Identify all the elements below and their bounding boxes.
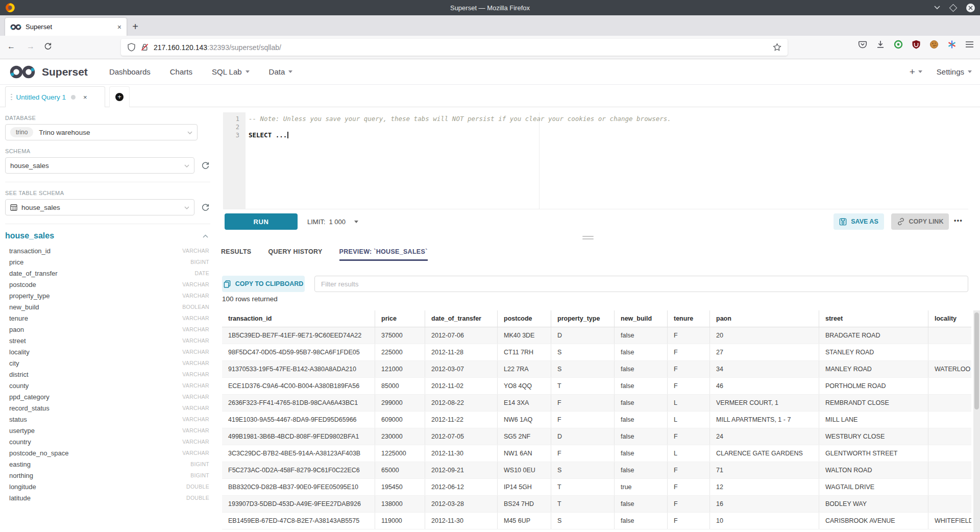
limit-dropdown[interactable]: LIMIT: 1 000 [307,213,358,230]
table-cell: false [615,513,668,529]
table-cell: S [551,513,615,529]
column-header-street[interactable]: street [819,310,928,327]
table-cell: MILL APARTMENTS, 1 - 7 [710,412,819,428]
sql-editor[interactable]: 123 -- Note: Unless you save your query,… [223,112,968,209]
back-button[interactable]: ← [5,42,17,51]
asterisk-extension-icon[interactable] [947,40,957,49]
query-tab-close-icon[interactable]: × [83,93,87,101]
results-tab-preview-house-sales[interactable]: PREVIEW: `HOUSE_SALES` [339,244,428,261]
window-maximize-icon[interactable] [949,4,958,12]
column-name: date_of_transfer [9,270,58,277]
database-label: DATABASE [5,115,210,121]
more-actions-button[interactable]: ••• [954,217,963,224]
lock-disabled-icon[interactable] [140,43,149,52]
column-name: new_build [9,303,39,311]
pane-resize-grip[interactable] [582,236,594,241]
column-header-locality[interactable]: locality [928,310,971,327]
column-name: locality [9,348,30,356]
nav-item-dashboards[interactable]: Dashboards [109,67,151,76]
drag-handle-icon[interactable] [11,94,12,101]
table-cell: 2012-11-02 [425,378,498,394]
column-header-postcode[interactable]: postcode [498,310,551,327]
column-type: VARCHAR [182,427,209,433]
pocket-icon[interactable] [858,40,867,49]
chevron-down-icon [184,206,189,209]
bookmark-star-icon[interactable] [773,43,781,52]
column-type: VARCHAR [182,281,209,287]
add-query-tab-button[interactable]: + [109,86,130,107]
column-header-property_type[interactable]: property_type [551,310,615,327]
column-name: property_type [9,292,50,300]
results-table: transaction_idpricedate_of_transferpostc… [222,310,971,532]
nav-item-data[interactable]: Data [269,67,293,76]
copy-link-button[interactable]: COPY LINK [891,213,949,230]
column-header-new_build[interactable]: new_build [615,310,668,327]
table-cell: IP14 5GH [498,479,551,495]
table-select[interactable]: house_sales [5,199,194,215]
column-name: record_status [9,404,50,412]
copy-to-clipboard-button[interactable]: COPY TO CLIPBOARD [222,276,305,292]
schema-label: SCHEMA [5,148,210,154]
url-bar[interactable]: 217.160.120.143:32393/superset/sqllab/ [121,39,788,56]
save-as-button[interactable]: SAVE AS [834,213,884,230]
table-cell: 121000 [375,361,425,377]
column-header-paon[interactable]: paon [710,310,819,327]
run-button[interactable]: RUN [225,213,298,230]
window-close-icon[interactable] [966,4,975,12]
shield-icon[interactable] [127,43,136,52]
database-select[interactable]: trino Trino warehouse [5,124,198,140]
table-cell: BS24 7HD [498,496,551,512]
schema-column-row: date_of_transferDATE [5,268,210,279]
ublock-icon[interactable] [912,40,921,49]
download-icon[interactable] [876,40,885,49]
table-cell: 2012-03-07 [425,361,498,377]
settings-menu[interactable]: Settings [937,67,972,76]
table-cell: D [551,327,615,344]
table-icon [10,204,17,211]
table-cell: WESTBURY CLOSE [819,428,928,445]
engine-badge: trino [10,127,33,137]
results-scrollbar-thumb[interactable] [974,312,979,409]
refresh-schema-icon[interactable] [201,161,210,170]
column-type: VARCHAR [182,405,209,411]
reload-button[interactable] [44,42,56,51]
refresh-table-icon[interactable] [201,203,210,212]
table-cell: 195450 [375,479,425,495]
schema-column-row: northingBIGINT [5,470,210,481]
column-header-tenure[interactable]: tenure [668,310,710,327]
forward-button[interactable]: → [24,42,37,51]
url-text: 217.160.120.143:32393/superset/sqllab/ [154,43,281,52]
column-header-price[interactable]: price [375,310,425,327]
schema-column-row: countyVARCHAR [5,380,210,391]
column-header-date_of_transfer[interactable]: date_of_transfer [425,310,498,327]
privacy-extension-icon[interactable] [894,40,903,49]
cookie-icon[interactable] [929,40,939,49]
tab-close-icon[interactable]: × [117,23,121,31]
query-tabbar: Untitled Query 1 × + [0,85,980,107]
results-table-body: 1B5C39ED-BE7F-41EF-9E71-9C60EED74A223750… [222,327,971,529]
schema-column-row: record_statusVARCHAR [5,402,210,414]
schema-select[interactable]: house_sales [5,157,194,174]
results-tab-results[interactable]: RESULTS [221,244,252,261]
column-header-transaction_id[interactable]: transaction_id [222,310,375,327]
window-minimize-icon[interactable] [934,6,940,10]
hamburger-menu-icon[interactable] [965,41,974,48]
add-new-button[interactable]: + [910,66,922,78]
table-heading[interactable]: house_sales [5,231,54,240]
nav-item-sql-lab[interactable]: SQL Lab [212,67,250,76]
column-name: street [9,337,26,345]
nav-item-charts[interactable]: Charts [170,67,192,76]
table-cell: 24 [710,428,819,445]
browser-tab[interactable]: Superset × [5,18,127,36]
collapse-chevron-icon[interactable] [203,234,208,238]
table-row: 193907D3-5DBD-453D-A49E-9FEE27DAB9261380… [222,496,971,513]
table-cell: ECE1D376-C9A6-4C00-B004-A380B189FA56 [222,378,375,394]
results-tab-query-history[interactable]: QUERY HISTORY [268,244,323,261]
table-cell: S [551,344,615,360]
superset-logo[interactable]: Superset [8,65,88,79]
query-tab[interactable]: Untitled Query 1 × [5,86,105,107]
new-tab-button[interactable]: + [127,18,144,36]
table-cell: BRADGATE ROAD [819,327,928,344]
filter-results-input[interactable] [314,276,968,292]
table-cell: MILL LANE [819,412,928,428]
